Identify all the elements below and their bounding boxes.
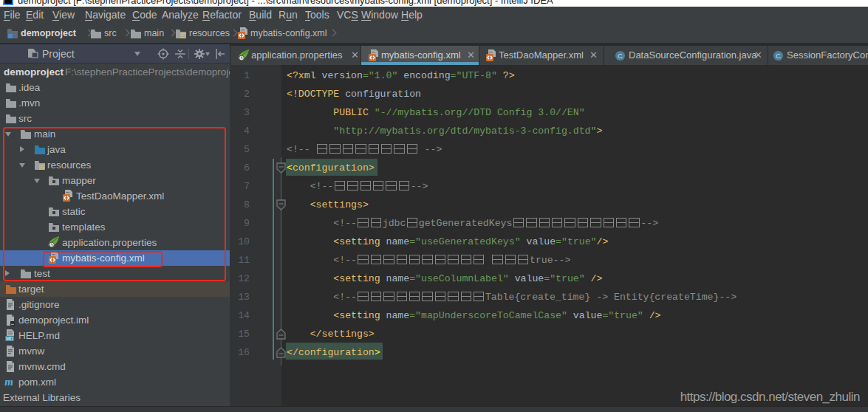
svg-text:C: C — [618, 52, 623, 60]
svg-text:MD: MD — [6, 336, 13, 341]
svg-text:m: m — [4, 377, 13, 387]
svg-text:C: C — [776, 52, 781, 60]
